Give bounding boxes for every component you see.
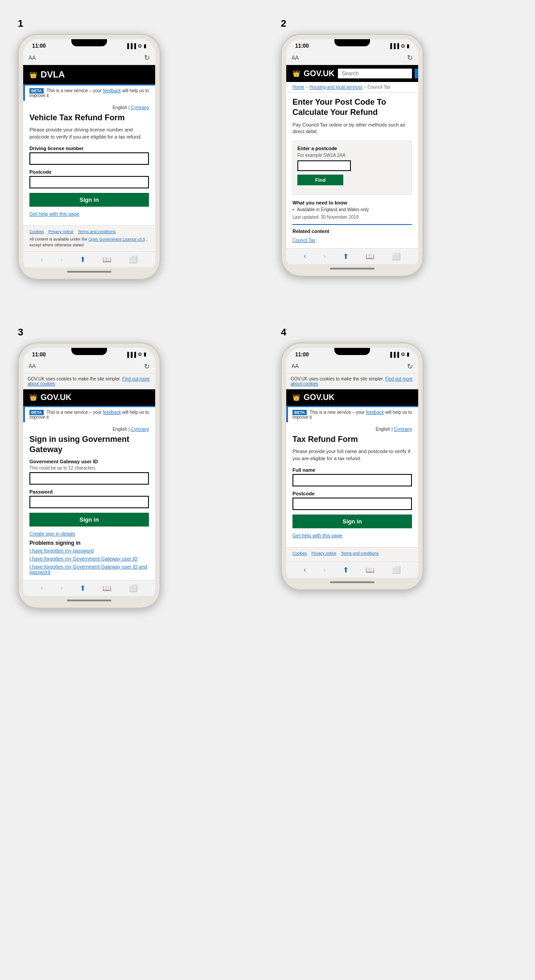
bookmark-btn-2[interactable]: 📖 <box>366 252 374 261</box>
phone-inner-3: 11:00 ▐▐▐ ⊙ ▮ AA ↻ GOV.UK uses cookies t… <box>23 348 155 603</box>
footer-privacy-1[interactable]: Privacy notice <box>49 229 74 234</box>
back-btn-4[interactable]: ‹ <box>304 566 306 574</box>
breadcrumb-sep2: › <box>364 85 366 90</box>
footer-privacy-4[interactable]: Privacy notice <box>312 551 337 555</box>
wifi-icon-3: ⊙ <box>138 351 142 357</box>
help-link-4[interactable]: Get help with this page <box>292 533 412 538</box>
field2-label-1: Postcode <box>29 169 149 175</box>
crown-icon-1: 👑 <box>29 71 37 78</box>
related-title-2: Related content <box>292 229 412 234</box>
share-btn-3[interactable]: ⬆ <box>80 584 86 592</box>
bookmark-btn-1[interactable]: 📖 <box>103 255 111 264</box>
password-input[interactable] <box>29 496 149 508</box>
forward-btn-4[interactable]: › <box>323 566 325 574</box>
footer-terms-4[interactable]: Terms and conditions <box>341 551 379 555</box>
forward-btn-3[interactable]: › <box>60 584 62 592</box>
browser-bar-3: AA ↻ <box>23 359 155 374</box>
browser-bar-4: AA ↻ <box>286 359 418 374</box>
status-time-3: 11:00 <box>32 351 46 358</box>
postcode-input-4[interactable] <box>292 498 412 510</box>
forward-btn-1[interactable]: › <box>60 256 62 264</box>
beta-banner-3: BETA This is a new service – your feedba… <box>23 407 155 422</box>
tabs-btn-4[interactable]: ⬜ <box>392 566 401 574</box>
refresh-icon-2[interactable]: ↻ <box>407 53 413 62</box>
tabs-btn-2[interactable]: ⬜ <box>392 252 401 261</box>
lang-english-1: English <box>112 105 127 110</box>
back-btn-1[interactable]: ‹ <box>41 256 43 264</box>
footer-cookies-4[interactable]: Cookies <box>292 551 307 555</box>
screen-number-2: 2 <box>281 18 286 29</box>
browser-aa-1: AA <box>29 55 36 61</box>
page-desc-1: Please provide your driving license numb… <box>29 127 149 140</box>
browser-bar-1: AA ↻ <box>23 51 155 65</box>
notch-4 <box>334 348 370 355</box>
status-bar-2: 11:00 ▐▐▐ ⊙ ▮ <box>286 39 418 51</box>
status-bar-3: 11:00 ▐▐▐ ⊙ ▮ <box>23 348 155 359</box>
field1-label-4: Full name <box>292 467 412 473</box>
home-bar-1 <box>67 271 111 273</box>
footer-cookies-1[interactable]: Cookies <box>29 229 44 234</box>
driving-license-input[interactable] <box>29 152 149 165</box>
refresh-icon-1[interactable]: ↻ <box>144 53 150 62</box>
tabs-btn-1[interactable]: ⬜ <box>129 255 138 264</box>
bookmark-btn-4[interactable]: 📖 <box>366 566 374 574</box>
phone-2: 11:00 ▐▐▐ ⊙ ▮ AA ↻ 👑 GOV.UK <box>281 34 424 277</box>
browser-bottom-1: ‹ › ⬆ 📖 ⬜ <box>23 251 155 267</box>
problem-link2[interactable]: I have forgotten my Government Gateway u… <box>29 556 149 561</box>
back-btn-2[interactable]: ‹ <box>304 252 306 260</box>
wifi-icon-4: ⊙ <box>401 351 405 357</box>
page-title-4: Tax Refund Form <box>292 434 412 445</box>
battery-icon-1: ▮ <box>144 43 146 49</box>
sign-in-button-3[interactable]: Sign in <box>29 513 149 527</box>
related-link-2[interactable]: Council Tax <box>292 238 316 243</box>
breadcrumb-home-2[interactable]: Home <box>292 85 305 90</box>
tabs-btn-3[interactable]: ⬜ <box>129 584 138 592</box>
help-link-1[interactable]: Get help with this page <box>29 211 149 216</box>
govuk-logo-2: GOV.UK <box>304 69 334 78</box>
breadcrumb-housing-2[interactable]: Housing and local services <box>309 85 362 90</box>
feedback-link-4[interactable]: feedback <box>366 410 384 415</box>
share-btn-2[interactable]: ⬆ <box>343 252 349 261</box>
search-input-2[interactable] <box>338 69 412 78</box>
feedback-link-3[interactable]: feedback <box>103 410 121 415</box>
status-icons-2: ▐▐▐ ⊙ ▮ <box>389 43 409 49</box>
footer-terms-1[interactable]: Terms and conditions <box>78 229 116 234</box>
feedback-link-1[interactable]: feedback <box>103 88 121 93</box>
status-bar-1: 11:00 ▐▐▐ ⊙ ▮ <box>23 39 155 51</box>
share-btn-1[interactable]: ⬆ <box>80 255 86 264</box>
govuk-header-3: 👑 GOV.UK <box>23 389 155 406</box>
gateway-id-input[interactable] <box>29 472 149 485</box>
what-to-know-2: What you need to know Available in Engla… <box>292 200 412 220</box>
wifi-icon-2: ⊙ <box>401 43 405 49</box>
share-btn-4[interactable]: ⬆ <box>343 566 349 574</box>
cymraeg-link-1[interactable]: Cymraeg <box>131 105 149 110</box>
footer-links-4: Cookies Privacy notice Terms and conditi… <box>292 551 412 555</box>
refresh-icon-4[interactable]: ↻ <box>407 362 413 371</box>
problem-link1[interactable]: I have forgotten my password <box>29 548 149 553</box>
what-item1-2: Available in England and Wales only <box>292 207 412 212</box>
page-desc-2: Pay Council Tax online or by other metho… <box>292 122 412 135</box>
sign-in-button-1[interactable]: Sign in <box>29 193 149 207</box>
home-bar-4 <box>330 581 374 583</box>
fullname-input[interactable] <box>292 474 412 486</box>
search-button-2[interactable]: 🔍 <box>415 69 418 78</box>
find-button-2[interactable]: Find <box>297 175 343 185</box>
bookmark-btn-3[interactable]: 📖 <box>103 584 111 592</box>
cymraeg-link-3[interactable]: Cymraeg <box>131 427 149 432</box>
problem-link3[interactable]: I have forgotten my Government Gateway u… <box>29 564 149 575</box>
sign-in-button-4[interactable]: Sign in <box>292 514 412 528</box>
browser-bottom-4: ‹ › ⬆ 📖 ⬜ <box>286 562 418 578</box>
refresh-icon-3[interactable]: ↻ <box>144 362 150 371</box>
crown-icon-2: 👑 <box>292 70 300 77</box>
postcode-input-2[interactable] <box>297 160 351 171</box>
forward-btn-2[interactable]: › <box>323 252 325 260</box>
home-indicator-1 <box>23 267 155 274</box>
cell-3: 3 11:00 ▐▐▐ ⊙ ▮ AA ↻ G <box>18 327 254 608</box>
footer-licence-1[interactable]: Open Government Licence v3.0 <box>88 237 145 241</box>
cymraeg-link-4[interactable]: Cymraeg <box>394 427 412 432</box>
create-link-3[interactable]: Create sign in details <box>29 531 149 536</box>
footer-4: Cookies Privacy notice Terms and conditi… <box>286 547 418 562</box>
back-btn-3[interactable]: ‹ <box>41 584 43 592</box>
postcode-input-1[interactable] <box>29 176 149 188</box>
phone-1: 11:00 ▐▐▐ ⊙ ▮ AA ↻ 👑 DVLA <box>18 34 160 280</box>
